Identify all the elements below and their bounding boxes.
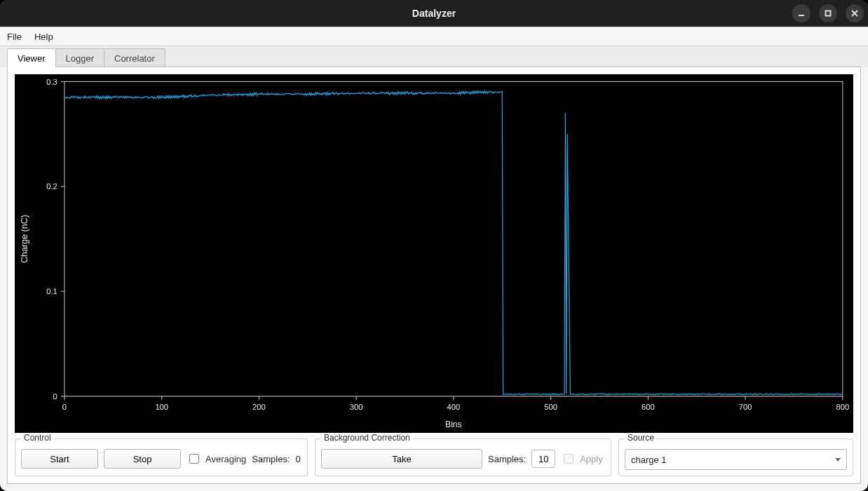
averaging-checkbox-label[interactable]: Averaging	[187, 452, 246, 466]
take-button[interactable]: Take	[321, 449, 482, 469]
svg-text:400: 400	[447, 402, 461, 410]
svg-text:Charge (nC): Charge (nC)	[20, 215, 29, 263]
maximize-button[interactable]	[819, 4, 837, 22]
svg-text:700: 700	[739, 402, 752, 410]
close-button[interactable]	[846, 4, 864, 22]
source-select[interactable]: charge 1	[625, 449, 847, 470]
svg-rect-5	[65, 81, 843, 396]
tab-panel-viewer: 010020030040050060070080000.10.20.3BinsC…	[7, 67, 861, 484]
svg-text:0: 0	[53, 392, 57, 401]
tab-logger[interactable]: Logger	[55, 48, 104, 67]
bg-samples-label: Samples:	[488, 454, 526, 464]
bg-samples-input[interactable]	[531, 450, 555, 468]
svg-text:0.3: 0.3	[46, 77, 57, 85]
minimize-button[interactable]	[792, 4, 811, 22]
apply-checkbox-label: Apply	[561, 452, 603, 466]
source-select-value: charge 1	[631, 455, 667, 465]
averaging-checkbox[interactable]	[189, 454, 199, 464]
chart-area[interactable]: 010020030040050060070080000.10.20.3BinsC…	[15, 74, 853, 433]
titlebar: Datalyzer	[0, 0, 868, 27]
panel-control-title: Control	[21, 433, 54, 443]
chevron-down-icon	[835, 458, 841, 462]
panel-control: Control Start Stop Averaging Samples: 0	[15, 438, 308, 476]
tabstrip: Viewer Logger Correlator	[0, 46, 868, 67]
svg-text:0.1: 0.1	[46, 287, 57, 296]
menu-help[interactable]: Help	[34, 32, 53, 42]
panel-source: Source charge 1	[618, 438, 853, 476]
stop-button[interactable]: Stop	[104, 449, 181, 469]
start-button[interactable]: Start	[21, 449, 98, 469]
svg-text:0: 0	[62, 402, 67, 410]
menu-file[interactable]: File	[7, 32, 22, 42]
svg-text:300: 300	[350, 402, 363, 410]
tab-correlator[interactable]: Correlator	[104, 48, 165, 67]
panel-source-title: Source	[625, 433, 657, 443]
svg-rect-1	[826, 11, 831, 16]
svg-text:Bins: Bins	[445, 419, 462, 429]
control-samples-label: Samples:	[252, 454, 290, 464]
svg-text:600: 600	[642, 402, 655, 410]
svg-text:100: 100	[155, 402, 168, 410]
panel-background-correction: Background Correction Take Samples: Appl…	[315, 438, 611, 476]
svg-text:0.2: 0.2	[46, 182, 57, 191]
svg-text:200: 200	[252, 402, 266, 410]
tab-viewer[interactable]: Viewer	[7, 48, 56, 67]
svg-text:500: 500	[544, 402, 557, 410]
panel-bg-title: Background Correction	[321, 433, 413, 443]
apply-checkbox	[564, 454, 574, 464]
control-samples-value: 0	[296, 454, 301, 464]
window-title: Datalyzer	[0, 8, 868, 19]
svg-text:800: 800	[836, 402, 850, 410]
menubar: File Help	[0, 27, 868, 46]
